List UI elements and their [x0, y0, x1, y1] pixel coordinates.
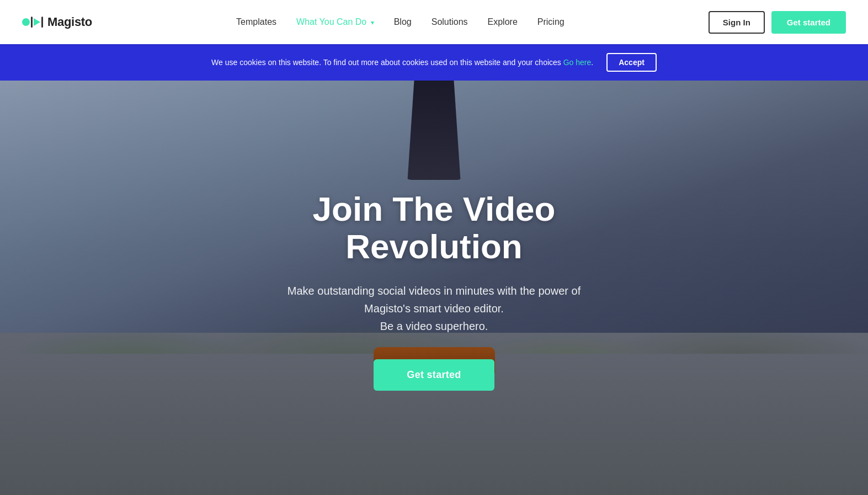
nav-link-blog[interactable]: Blog: [394, 17, 412, 26]
cookie-banner: We use cookies on this website. To find …: [0, 44, 868, 81]
logo[interactable]: Magisto: [22, 15, 92, 29]
hero-content: Join The Video Revolution Make outstandi…: [214, 190, 655, 391]
logo-bar-left: [31, 17, 33, 28]
cookie-go-here-link[interactable]: Go here: [563, 58, 592, 67]
logo-text: Magisto: [47, 15, 92, 29]
logo-icon: [22, 17, 43, 28]
nav-item-solutions[interactable]: Solutions: [432, 17, 468, 27]
hero-section: Join The Video Revolution Make outstandi…: [0, 81, 868, 495]
chevron-down-icon: ▾: [371, 19, 374, 26]
navbar: Magisto Templates What You Can Do ▾ Blog…: [0, 0, 868, 44]
nav-link-what-you-can-do[interactable]: What You Can Do ▾: [296, 17, 374, 26]
nav-item-explore[interactable]: Explore: [488, 17, 518, 27]
get-started-nav-button[interactable]: Get started: [771, 11, 846, 34]
nav-actions: Sign In Get started: [709, 11, 846, 34]
nav-link-solutions[interactable]: Solutions: [432, 17, 468, 26]
nav-item-pricing[interactable]: Pricing: [537, 17, 565, 27]
cookie-accept-button[interactable]: Accept: [606, 53, 657, 72]
logo-bar-right: [41, 17, 43, 28]
nav-item-blog[interactable]: Blog: [394, 17, 412, 27]
nav-links: Templates What You Can Do ▾ Blog Solutio…: [236, 17, 565, 27]
sign-in-button[interactable]: Sign In: [709, 11, 765, 34]
hero-title: Join The Video Revolution: [236, 190, 633, 265]
hero-get-started-button[interactable]: Get started: [374, 359, 494, 391]
cookie-message: We use cookies on this website. To find …: [211, 58, 593, 67]
logo-play-icon: [34, 18, 40, 26]
hero-subtitle: Make outstanding social videos in minute…: [236, 282, 633, 335]
nav-link-pricing[interactable]: Pricing: [537, 17, 565, 26]
nav-item-templates[interactable]: Templates: [236, 17, 276, 27]
nav-link-templates[interactable]: Templates: [236, 17, 276, 26]
nav-link-explore[interactable]: Explore: [488, 17, 518, 26]
logo-circle: [22, 18, 30, 26]
nav-item-what-you-can-do[interactable]: What You Can Do ▾: [296, 17, 374, 27]
